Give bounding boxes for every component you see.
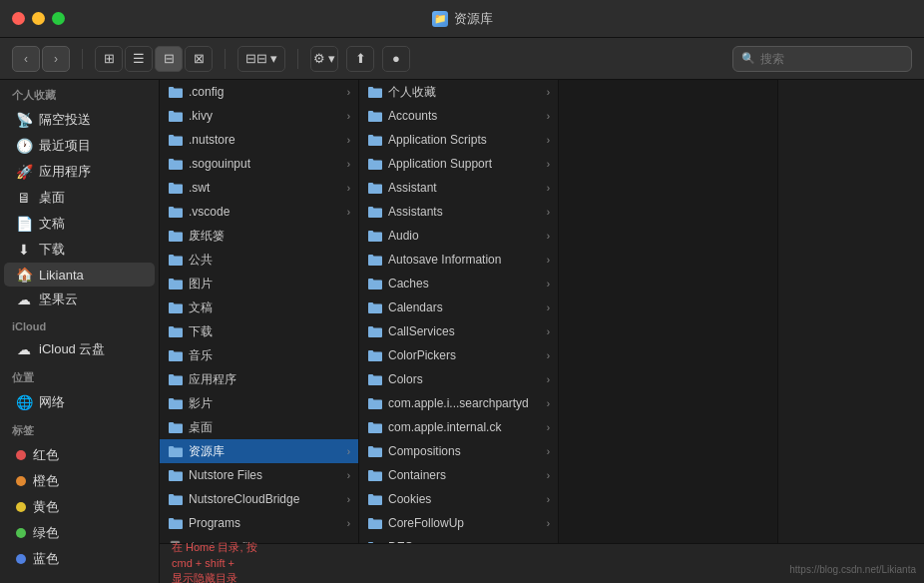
settings-button[interactable]: ⚙ ▾ bbox=[310, 46, 338, 72]
list-item[interactable]: 资源库› bbox=[160, 439, 358, 463]
share-button[interactable]: ⬆ bbox=[346, 46, 374, 72]
list-item[interactable]: 个人收藏› bbox=[359, 80, 558, 104]
list-item[interactable]: 图片 bbox=[160, 272, 358, 295]
expand-arrow-icon: › bbox=[547, 374, 550, 385]
list-item[interactable]: Caches› bbox=[359, 272, 558, 295]
list-item[interactable]: 公共 bbox=[160, 248, 358, 272]
list-item[interactable]: 影片 bbox=[160, 391, 358, 415]
view-list-button[interactable]: ☰ bbox=[125, 46, 153, 72]
close-button[interactable] bbox=[12, 12, 25, 25]
sidebar-item-likianta[interactable]: 🏠Likianta bbox=[4, 263, 155, 287]
sidebar-label-desktop: 桌面 bbox=[39, 189, 65, 207]
list-item[interactable]: Application Scripts› bbox=[359, 128, 558, 152]
file-name: .sogouinput bbox=[189, 157, 342, 171]
sidebar-label-tag-blue: 蓝色 bbox=[33, 550, 59, 568]
folder-icon bbox=[367, 467, 383, 483]
back-button[interactable]: ‹ bbox=[12, 46, 40, 72]
sidebar-item-icloud[interactable]: ☁iCloud 云盘 bbox=[4, 336, 155, 362]
sidebar-item-tag-orange[interactable]: 橙色 bbox=[4, 468, 155, 494]
folder-icon bbox=[367, 180, 383, 196]
list-item[interactable]: .sogouinput› bbox=[160, 152, 358, 176]
list-item[interactable]: CallServices› bbox=[359, 319, 558, 343]
folder-icon bbox=[367, 276, 383, 292]
list-item[interactable]: ColorPickers› bbox=[359, 343, 558, 367]
list-item[interactable]: Containers› bbox=[359, 463, 558, 487]
list-item[interactable]: 废纸篓 bbox=[160, 224, 358, 248]
sidebar-item-docs[interactable]: 📄文稿 bbox=[4, 211, 155, 237]
search-input[interactable] bbox=[760, 52, 900, 66]
sidebar-item-tag-yellow[interactable]: 黄色 bbox=[4, 494, 155, 520]
list-item[interactable]: Programs› bbox=[160, 511, 358, 535]
list-item[interactable]: 下载 bbox=[160, 319, 358, 343]
list-item[interactable]: Assistants› bbox=[359, 200, 558, 224]
view-icons-button[interactable]: ⊞ bbox=[95, 46, 123, 72]
sidebar-item-tag-blue[interactable]: 蓝色 bbox=[4, 546, 155, 572]
back-icon: ‹ bbox=[24, 52, 28, 66]
list-item[interactable]: .kivy› bbox=[160, 104, 358, 128]
maximize-button[interactable] bbox=[52, 12, 65, 25]
list-item[interactable]: 音乐 bbox=[160, 343, 358, 367]
list-item[interactable]: .nutstore› bbox=[160, 128, 358, 152]
file-columns: .config›.kivy›.nutstore›.sogouinput›.swt… bbox=[160, 80, 924, 583]
sidebar-item-nutstore[interactable]: ☁坚果云 bbox=[4, 287, 155, 312]
list-item[interactable]: .vscode› bbox=[160, 200, 358, 224]
group-button[interactable]: ⊟⊟ ▾ bbox=[237, 46, 285, 72]
list-item[interactable]: CoreFollowUp› bbox=[359, 511, 558, 535]
action-button[interactable]: ● bbox=[382, 46, 410, 72]
list-item[interactable]: Assistant› bbox=[359, 176, 558, 200]
expand-arrow-icon: › bbox=[347, 518, 350, 529]
expand-arrow-icon: › bbox=[347, 111, 350, 122]
sidebar-item-desktop[interactable]: 🖥桌面 bbox=[4, 185, 155, 211]
list-item[interactable]: .swt› bbox=[160, 176, 358, 200]
list-item[interactable]: NutstoreCloudBridge› bbox=[160, 487, 358, 511]
list-item[interactable]: Nutstore Files› bbox=[160, 463, 358, 487]
file-name: Assistants bbox=[388, 205, 542, 219]
list-item[interactable]: Application Support› bbox=[359, 152, 558, 176]
list-item[interactable]: .config› bbox=[160, 80, 358, 104]
sidebar-label-nutstore: 坚果云 bbox=[39, 291, 78, 308]
sidebar-item-tag-red[interactable]: 红色 bbox=[4, 442, 155, 468]
list-item[interactable]: Colors› bbox=[359, 367, 558, 391]
sidebar-item-apps[interactable]: 🚀应用程序 bbox=[4, 159, 155, 185]
expand-arrow-icon: › bbox=[547, 494, 550, 505]
sidebar-icon-apps: 🚀 bbox=[16, 164, 32, 180]
folder-icon bbox=[367, 347, 383, 363]
search-box[interactable]: 🔍 bbox=[732, 46, 912, 72]
sidebar-item-downloads[interactable]: ⬇下载 bbox=[4, 237, 155, 263]
sidebar-item-network[interactable]: 🌐网络 bbox=[4, 389, 155, 415]
sidebar-item-airdrop[interactable]: 📡隔空投送 bbox=[4, 107, 155, 133]
status-hint-line1: 在 Home 目录, 按 bbox=[172, 541, 257, 553]
file-name: 应用程序 bbox=[189, 371, 350, 388]
list-item[interactable]: com.apple.internal.ck› bbox=[359, 415, 558, 439]
sidebar-label-recents: 最近项目 bbox=[39, 137, 91, 155]
sidebar-icon-docs: 📄 bbox=[16, 216, 32, 232]
folder-icon bbox=[367, 491, 383, 507]
nav-buttons: ‹ › bbox=[12, 46, 70, 72]
list-item[interactable]: 文稿 bbox=[160, 295, 358, 319]
list-item[interactable]: 桌面 bbox=[160, 415, 358, 439]
view-columns-button[interactable]: ⊟ bbox=[155, 46, 183, 72]
list-item[interactable]: Accounts› bbox=[359, 104, 558, 128]
list-item[interactable]: 应用程序 bbox=[160, 367, 358, 391]
sidebar-content: 个人收藏📡隔空投送🕐最近项目🚀应用程序🖥桌面📄文稿⬇下载🏠Likianta☁坚果… bbox=[0, 80, 159, 572]
expand-arrow-icon: › bbox=[547, 279, 550, 290]
sidebar-icon-network: 🌐 bbox=[16, 394, 32, 410]
list-item[interactable]: com.apple.i...searchpartyd› bbox=[359, 391, 558, 415]
sidebar-item-tag-green[interactable]: 绿色 bbox=[4, 520, 155, 546]
expand-arrow-icon: › bbox=[547, 350, 550, 361]
file-name: 桌面 bbox=[189, 419, 350, 436]
view-gallery-button[interactable]: ⊠ bbox=[185, 46, 213, 72]
expand-arrow-icon: › bbox=[347, 207, 350, 218]
list-item[interactable]: Autosave Information› bbox=[359, 248, 558, 272]
folder-icon bbox=[367, 515, 383, 531]
sidebar-section-label: iCloud bbox=[0, 312, 159, 336]
minimize-button[interactable] bbox=[32, 12, 45, 25]
sidebar-item-recents[interactable]: 🕐最近项目 bbox=[4, 133, 155, 159]
list-item[interactable]: Calendars› bbox=[359, 295, 558, 319]
sidebar-label-docs: 文稿 bbox=[39, 215, 65, 233]
list-item[interactable]: Audio› bbox=[359, 224, 558, 248]
forward-button[interactable]: › bbox=[42, 46, 70, 72]
toolbar-sep-1 bbox=[82, 49, 83, 69]
list-item[interactable]: Cookies› bbox=[359, 487, 558, 511]
list-item[interactable]: Compositions› bbox=[359, 439, 558, 463]
